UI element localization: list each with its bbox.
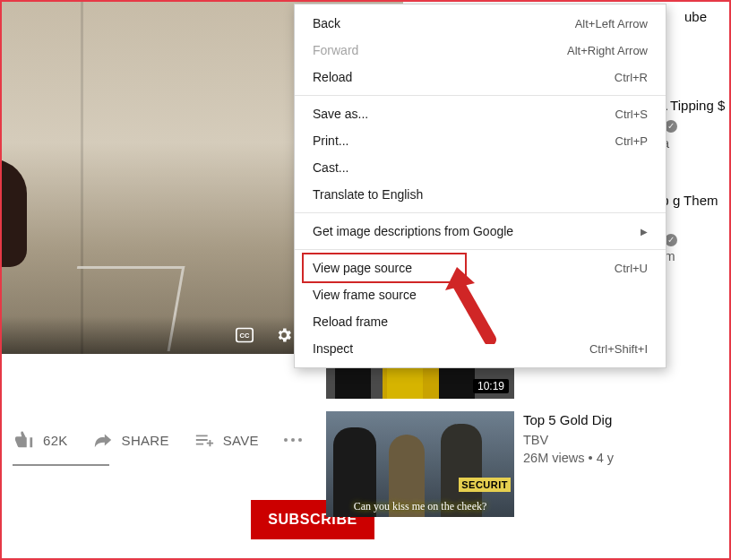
recommendation-channel: TBV (523, 432, 548, 450)
context-menu-shortcut: Ctrl+P (615, 134, 648, 148)
video-still-detail (2, 159, 27, 267)
submenu-arrow-icon: ▶ (641, 227, 648, 237)
context-menu-shortcut: Ctrl+R (615, 71, 648, 84)
context-menu-label: View page source (313, 261, 412, 275)
context-menu-shortcut: Ctrl+Shift+I (589, 342, 648, 356)
context-menu-label: Reload (313, 70, 352, 84)
partial-text: ube (684, 9, 707, 24)
save-label: SAVE (223, 433, 259, 448)
context-menu-item[interactable]: Reload frame (295, 308, 666, 335)
context-menu-item[interactable]: BackAlt+Left Arrow (295, 10, 666, 37)
context-menu-item[interactable]: View page sourceCtrl+U (295, 254, 666, 281)
context-menu-label: Inspect (313, 341, 353, 356)
engagement-underline (13, 464, 109, 466)
context-menu-label: Cast... (313, 160, 348, 175)
browser-context-menu: BackAlt+Left ArrowForwardAlt+Right Arrow… (294, 4, 666, 368)
context-menu-item: ForwardAlt+Right Arrow (295, 37, 666, 64)
security-tag: SECURIT (459, 478, 511, 492)
save-button[interactable]: SAVE (194, 430, 259, 450)
context-menu-shortcut: Ctrl+S (615, 108, 648, 121)
context-menu-item[interactable]: View frame source (295, 281, 666, 308)
cc-icon[interactable]: CC (235, 326, 254, 344)
context-menu-label: Get image descriptions from Google (313, 224, 513, 238)
context-menu-shortcut: Alt+Right Arrow (567, 44, 648, 57)
recommendation-thumb[interactable]: SECURIT Can you kiss me on the cheek? (326, 411, 514, 517)
dislike-button[interactable]: 62K (14, 430, 68, 450)
context-menu-shortcut: Ctrl+U (615, 262, 648, 275)
context-menu-label: Reload frame (313, 314, 388, 329)
svg-text:CC: CC (240, 332, 250, 340)
context-menu-label: View frame source (313, 288, 417, 302)
context-menu-shortcut: Alt+Left Arrow (575, 17, 648, 30)
gear-icon[interactable] (274, 326, 294, 344)
recommendation-title: Top 5 Gold Dig (523, 411, 729, 429)
recommendation-item[interactable]: SECURIT Can you kiss me on the cheek? To… (321, 411, 729, 517)
recommendation-stats: 26M views • 4 y (523, 450, 729, 468)
context-menu-item[interactable]: InspectCtrl+Shift+I (295, 335, 666, 362)
context-menu-label: Forward (313, 43, 358, 57)
more-actions-button[interactable] (284, 438, 302, 442)
context-menu-separator (295, 95, 666, 96)
dislike-count: 62K (43, 433, 68, 448)
thumb-caption: Can you kiss me on the cheek? (326, 500, 514, 513)
context-menu-label: Back (313, 16, 340, 30)
context-menu-separator (295, 249, 666, 250)
context-menu-label: Translate to English (313, 187, 423, 202)
recommendation-meta: Top 5 Gold Dig TBV 26M views • 4 y (523, 411, 729, 517)
context-menu-label: Print... (313, 134, 348, 148)
context-menu-item[interactable]: Cast... (295, 154, 666, 181)
video-duration: 10:19 (473, 379, 509, 393)
context-menu-item[interactable]: Print...Ctrl+P (295, 127, 666, 154)
share-label: SHARE (122, 433, 169, 448)
context-menu-separator (295, 212, 666, 213)
context-menu-label: Save as... (313, 107, 368, 121)
context-menu-item[interactable]: Translate to English (295, 181, 666, 208)
share-button[interactable]: SHARE (93, 430, 169, 450)
context-menu-item[interactable]: Get image descriptions from Google▶ (295, 218, 666, 245)
context-menu-item[interactable]: ReloadCtrl+R (295, 64, 666, 90)
context-menu-item[interactable]: Save as...Ctrl+S (295, 100, 666, 127)
